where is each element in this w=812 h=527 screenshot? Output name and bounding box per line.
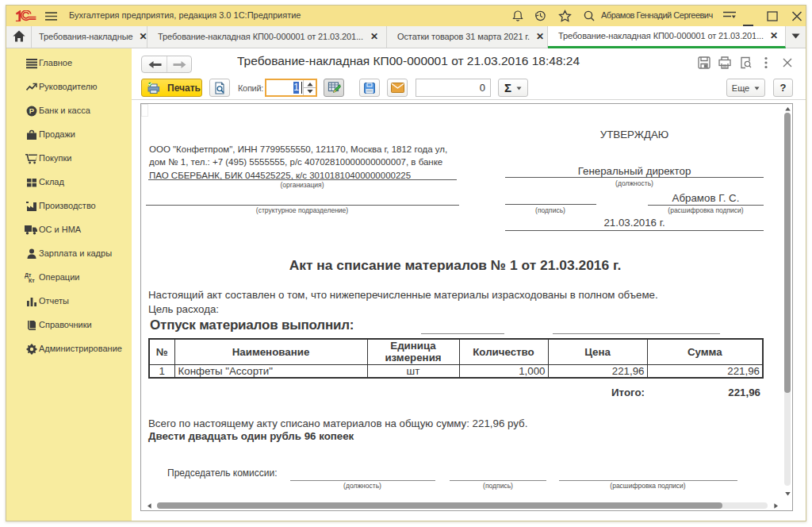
svg-text:P: P [29, 106, 35, 115]
svg-text:Кт: Кт [29, 278, 35, 283]
